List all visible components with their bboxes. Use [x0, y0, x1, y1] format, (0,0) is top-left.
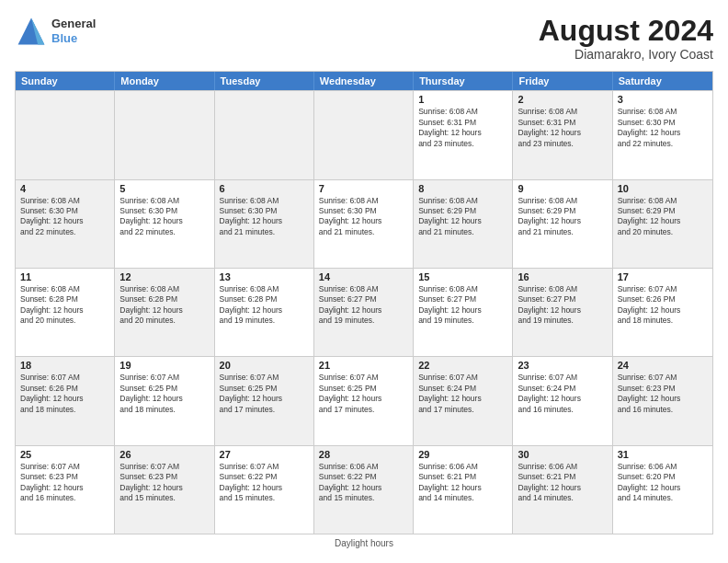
- cal-cell-empty-0-3: [314, 91, 414, 178]
- cal-cell-2: 2Sunrise: 6:08 AM Sunset: 6:31 PM Daylig…: [513, 91, 612, 178]
- footer-note: Daylight hours: [15, 538, 713, 548]
- day-number: 31: [618, 449, 708, 460]
- day-number: 30: [518, 449, 607, 460]
- cal-cell-3: 3Sunrise: 6:08 AM Sunset: 6:30 PM Daylig…: [613, 91, 712, 178]
- cal-cell-13: 13Sunrise: 6:08 AM Sunset: 6:28 PM Dayli…: [215, 269, 314, 356]
- day-number: 11: [20, 271, 109, 282]
- subtitle: Diamarakro, Ivory Coast: [539, 47, 713, 62]
- cal-cell-29: 29Sunrise: 6:06 AM Sunset: 6:21 PM Dayli…: [414, 446, 513, 534]
- logo-text: General Blue: [51, 17, 96, 45]
- day-header-sunday: Sunday: [16, 72, 115, 90]
- day-number: 6: [220, 183, 309, 194]
- day-number: 3: [618, 94, 708, 105]
- day-number: 24: [618, 360, 708, 371]
- cell-text: Sunrise: 6:08 AM Sunset: 6:30 PM Dayligh…: [319, 196, 408, 238]
- cell-text: Sunrise: 6:07 AM Sunset: 6:23 PM Dayligh…: [618, 373, 708, 415]
- header: General Blue August 2024 Diamarakro, Ivo…: [15, 15, 713, 62]
- day-number: 18: [20, 360, 109, 371]
- day-number: 13: [220, 271, 309, 282]
- cal-cell-27: 27Sunrise: 6:07 AM Sunset: 6:22 PM Dayli…: [215, 446, 314, 534]
- day-number: 27: [220, 449, 309, 460]
- day-number: 9: [518, 183, 607, 194]
- day-number: 29: [418, 449, 507, 460]
- cell-text: Sunrise: 6:08 AM Sunset: 6:28 PM Dayligh…: [119, 284, 209, 327]
- cell-text: Sunrise: 6:08 AM Sunset: 6:29 PM Dayligh…: [518, 196, 607, 238]
- cal-cell-21: 21Sunrise: 6:07 AM Sunset: 6:25 PM Dayli…: [314, 357, 414, 444]
- cell-text: Sunrise: 6:07 AM Sunset: 6:26 PM Dayligh…: [20, 373, 109, 415]
- logo-line2: Blue: [51, 31, 96, 46]
- cell-text: Sunrise: 6:08 AM Sunset: 6:30 PM Dayligh…: [618, 107, 708, 149]
- cell-text: Sunrise: 6:06 AM Sunset: 6:20 PM Dayligh…: [618, 462, 708, 504]
- week-row-4: 18Sunrise: 6:07 AM Sunset: 6:26 PM Dayli…: [16, 356, 712, 444]
- day-number: 8: [418, 183, 507, 194]
- cell-text: Sunrise: 6:07 AM Sunset: 6:24 PM Dayligh…: [518, 373, 607, 415]
- cal-cell-15: 15Sunrise: 6:08 AM Sunset: 6:27 PM Dayli…: [414, 269, 513, 356]
- cal-cell-18: 18Sunrise: 6:07 AM Sunset: 6:26 PM Dayli…: [16, 357, 115, 444]
- cell-text: Sunrise: 6:08 AM Sunset: 6:27 PM Dayligh…: [518, 284, 607, 327]
- week-row-2: 4Sunrise: 6:08 AM Sunset: 6:30 PM Daylig…: [16, 179, 712, 268]
- logo-icon: [15, 15, 48, 48]
- cal-cell-9: 9Sunrise: 6:08 AM Sunset: 6:29 PM Daylig…: [513, 180, 612, 268]
- cell-text: Sunrise: 6:07 AM Sunset: 6:25 PM Dayligh…: [220, 373, 309, 415]
- cell-text: Sunrise: 6:08 AM Sunset: 6:31 PM Dayligh…: [518, 107, 607, 149]
- cell-text: Sunrise: 6:07 AM Sunset: 6:22 PM Dayligh…: [220, 462, 309, 504]
- day-number: 28: [319, 449, 408, 460]
- cal-cell-19: 19Sunrise: 6:07 AM Sunset: 6:25 PM Dayli…: [115, 357, 214, 444]
- cell-text: Sunrise: 6:06 AM Sunset: 6:21 PM Dayligh…: [418, 462, 507, 504]
- cal-cell-22: 22Sunrise: 6:07 AM Sunset: 6:24 PM Dayli…: [414, 357, 513, 444]
- week-row-3: 11Sunrise: 6:08 AM Sunset: 6:28 PM Dayli…: [16, 268, 712, 356]
- cell-text: Sunrise: 6:08 AM Sunset: 6:31 PM Dayligh…: [418, 107, 507, 149]
- week-row-5: 25Sunrise: 6:07 AM Sunset: 6:23 PM Dayli…: [16, 445, 712, 534]
- cal-cell-28: 28Sunrise: 6:06 AM Sunset: 6:22 PM Dayli…: [314, 446, 414, 534]
- cell-text: Sunrise: 6:07 AM Sunset: 6:26 PM Dayligh…: [618, 284, 708, 327]
- day-number: 19: [119, 360, 209, 371]
- cell-text: Sunrise: 6:08 AM Sunset: 6:30 PM Dayligh…: [220, 196, 309, 238]
- cell-text: Sunrise: 6:08 AM Sunset: 6:27 PM Dayligh…: [418, 284, 507, 327]
- cell-text: Sunrise: 6:07 AM Sunset: 6:25 PM Dayligh…: [319, 373, 408, 415]
- day-number: 7: [319, 183, 408, 194]
- logo-line1: General: [51, 17, 96, 31]
- day-number: 23: [518, 360, 607, 371]
- day-number: 10: [618, 183, 708, 194]
- day-header-friday: Friday: [513, 72, 612, 90]
- day-number: 26: [119, 449, 209, 460]
- cal-cell-8: 8Sunrise: 6:08 AM Sunset: 6:29 PM Daylig…: [414, 180, 513, 268]
- cell-text: Sunrise: 6:07 AM Sunset: 6:25 PM Dayligh…: [119, 373, 209, 415]
- cal-cell-empty-0-1: [115, 91, 214, 178]
- day-number: 5: [119, 183, 209, 194]
- day-number: 25: [20, 449, 109, 460]
- cal-cell-26: 26Sunrise: 6:07 AM Sunset: 6:23 PM Dayli…: [115, 446, 214, 534]
- day-number: 21: [319, 360, 408, 371]
- day-number: 14: [319, 271, 408, 282]
- cal-cell-empty-0-0: [16, 91, 115, 178]
- cell-text: Sunrise: 6:08 AM Sunset: 6:29 PM Dayligh…: [418, 196, 507, 238]
- cal-cell-31: 31Sunrise: 6:06 AM Sunset: 6:20 PM Dayli…: [613, 446, 712, 534]
- cell-text: Sunrise: 6:08 AM Sunset: 6:29 PM Dayligh…: [618, 196, 708, 238]
- day-number: 22: [418, 360, 507, 371]
- cell-text: Sunrise: 6:07 AM Sunset: 6:23 PM Dayligh…: [20, 462, 109, 504]
- day-header-wednesday: Wednesday: [314, 72, 414, 90]
- cal-cell-17: 17Sunrise: 6:07 AM Sunset: 6:26 PM Dayli…: [613, 269, 712, 356]
- day-number: 15: [418, 271, 507, 282]
- cell-text: Sunrise: 6:08 AM Sunset: 6:30 PM Dayligh…: [20, 196, 109, 238]
- cal-cell-25: 25Sunrise: 6:07 AM Sunset: 6:23 PM Dayli…: [16, 446, 115, 534]
- calendar: SundayMondayTuesdayWednesdayThursdayFrid…: [15, 71, 713, 534]
- day-number: 20: [220, 360, 309, 371]
- cal-cell-7: 7Sunrise: 6:08 AM Sunset: 6:30 PM Daylig…: [314, 180, 414, 268]
- cal-cell-23: 23Sunrise: 6:07 AM Sunset: 6:24 PM Dayli…: [513, 357, 612, 444]
- day-number: 12: [119, 271, 209, 282]
- day-number: 1: [418, 94, 507, 105]
- cal-cell-20: 20Sunrise: 6:07 AM Sunset: 6:25 PM Dayli…: [215, 357, 314, 444]
- main-title: August 2024: [539, 15, 713, 47]
- cal-cell-4: 4Sunrise: 6:08 AM Sunset: 6:30 PM Daylig…: [16, 180, 115, 268]
- cell-text: Sunrise: 6:06 AM Sunset: 6:21 PM Dayligh…: [518, 462, 607, 504]
- cell-text: Sunrise: 6:07 AM Sunset: 6:23 PM Dayligh…: [119, 462, 209, 504]
- day-number: 16: [518, 271, 607, 282]
- cal-cell-12: 12Sunrise: 6:08 AM Sunset: 6:28 PM Dayli…: [115, 269, 214, 356]
- day-header-saturday: Saturday: [613, 72, 712, 90]
- day-header-tuesday: Tuesday: [215, 72, 314, 90]
- cell-text: Sunrise: 6:06 AM Sunset: 6:22 PM Dayligh…: [319, 462, 408, 504]
- cal-cell-10: 10Sunrise: 6:08 AM Sunset: 6:29 PM Dayli…: [613, 180, 712, 268]
- cal-cell-24: 24Sunrise: 6:07 AM Sunset: 6:23 PM Dayli…: [613, 357, 712, 444]
- cal-cell-14: 14Sunrise: 6:08 AM Sunset: 6:27 PM Dayli…: [314, 269, 414, 356]
